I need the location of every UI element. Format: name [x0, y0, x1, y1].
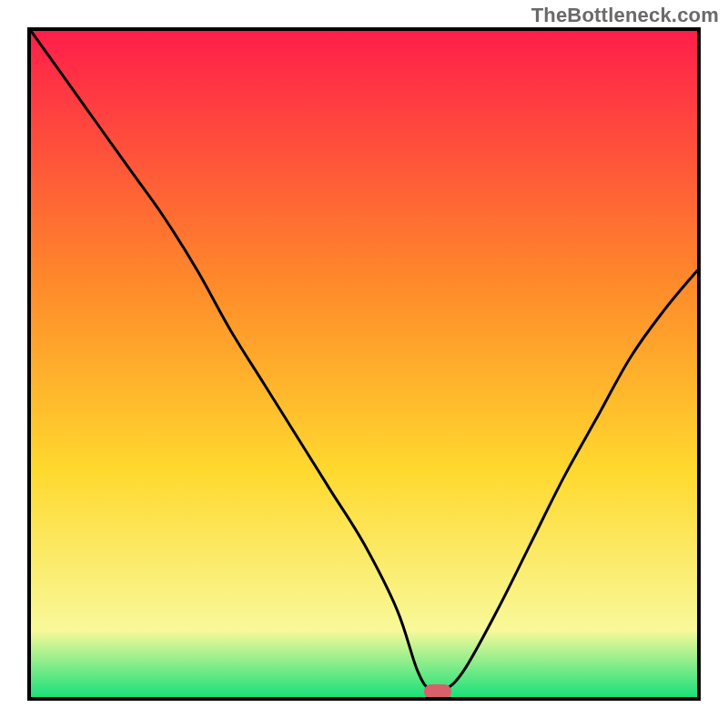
watermark-text: TheBottleneck.com	[531, 4, 719, 27]
plot-frame	[27, 27, 701, 701]
optimal-marker	[424, 684, 451, 699]
gradient-background	[31, 31, 697, 697]
chart-svg	[31, 31, 697, 697]
chart-stage: TheBottleneck.com	[0, 0, 728, 728]
plot-inner	[31, 31, 697, 697]
